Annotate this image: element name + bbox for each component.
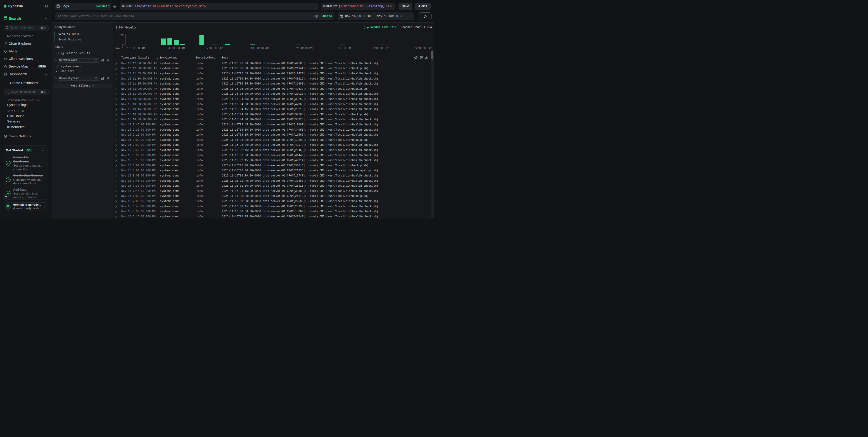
svg-text:5:00:00 PM: 5:00:00 PM <box>335 47 351 50</box>
svg-text:4:00:00 AM: 4:00:00 AM <box>168 47 185 50</box>
svg-text:2:00:00 PM: 2:00:00 PM <box>296 47 313 50</box>
svg-text:10:30:00 AM: 10:30:00 AM <box>251 47 269 50</box>
svg-text:8:00:00 PM: 8:00:00 PM <box>373 47 389 50</box>
svg-text:12:00:00 AM: 12:00:00 AM <box>414 47 432 50</box>
svg-text:320: 320 <box>119 34 124 37</box>
svg-text:7:00:00 AM: 7:00:00 AM <box>207 47 223 50</box>
svg-text:Nov 15 12:00:00 AM: Nov 15 12:00:00 AM <box>116 47 145 50</box>
